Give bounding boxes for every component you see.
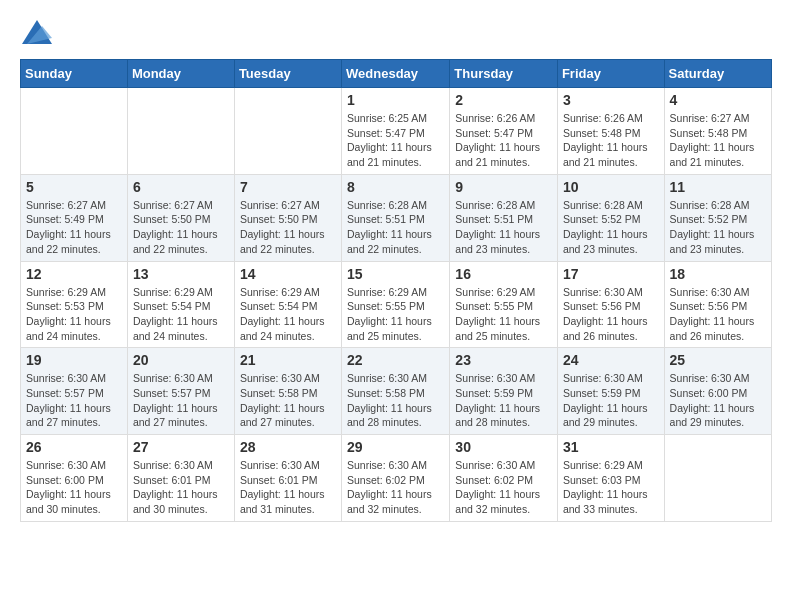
day-number: 7 [240,179,336,195]
day-number: 27 [133,439,229,455]
calendar-cell: 11Sunrise: 6:28 AM Sunset: 5:52 PM Dayli… [664,174,771,261]
day-number: 25 [670,352,766,368]
calendar-week-row: 19Sunrise: 6:30 AM Sunset: 5:57 PM Dayli… [21,348,772,435]
day-info: Sunrise: 6:29 AM Sunset: 5:55 PM Dayligh… [347,285,444,344]
calendar-cell: 4Sunrise: 6:27 AM Sunset: 5:48 PM Daylig… [664,88,771,175]
calendar-cell [21,88,128,175]
day-number: 26 [26,439,122,455]
day-number: 20 [133,352,229,368]
day-number: 30 [455,439,552,455]
logo [20,20,52,49]
calendar-week-row: 5Sunrise: 6:27 AM Sunset: 5:49 PM Daylig… [21,174,772,261]
day-info: Sunrise: 6:30 AM Sunset: 6:01 PM Dayligh… [133,458,229,517]
day-info: Sunrise: 6:30 AM Sunset: 6:02 PM Dayligh… [455,458,552,517]
calendar-cell: 26Sunrise: 6:30 AM Sunset: 6:00 PM Dayli… [21,435,128,522]
day-info: Sunrise: 6:29 AM Sunset: 5:53 PM Dayligh… [26,285,122,344]
calendar-header-row: SundayMondayTuesdayWednesdayThursdayFrid… [21,60,772,88]
day-info: Sunrise: 6:30 AM Sunset: 6:00 PM Dayligh… [670,371,766,430]
day-info: Sunrise: 6:26 AM Sunset: 5:47 PM Dayligh… [455,111,552,170]
day-number: 28 [240,439,336,455]
day-info: Sunrise: 6:30 AM Sunset: 6:01 PM Dayligh… [240,458,336,517]
day-number: 29 [347,439,444,455]
day-number: 5 [26,179,122,195]
day-number: 6 [133,179,229,195]
day-number: 12 [26,266,122,282]
day-number: 4 [670,92,766,108]
calendar-cell: 10Sunrise: 6:28 AM Sunset: 5:52 PM Dayli… [557,174,664,261]
calendar-cell: 19Sunrise: 6:30 AM Sunset: 5:57 PM Dayli… [21,348,128,435]
day-number: 16 [455,266,552,282]
day-info: Sunrise: 6:30 AM Sunset: 6:02 PM Dayligh… [347,458,444,517]
calendar-cell: 21Sunrise: 6:30 AM Sunset: 5:58 PM Dayli… [234,348,341,435]
calendar-cell: 31Sunrise: 6:29 AM Sunset: 6:03 PM Dayli… [557,435,664,522]
calendar-cell: 28Sunrise: 6:30 AM Sunset: 6:01 PM Dayli… [234,435,341,522]
day-number: 10 [563,179,659,195]
calendar-cell: 29Sunrise: 6:30 AM Sunset: 6:02 PM Dayli… [342,435,450,522]
day-number: 11 [670,179,766,195]
calendar-cell: 13Sunrise: 6:29 AM Sunset: 5:54 PM Dayli… [127,261,234,348]
day-number: 24 [563,352,659,368]
calendar-cell: 15Sunrise: 6:29 AM Sunset: 5:55 PM Dayli… [342,261,450,348]
day-number: 3 [563,92,659,108]
day-info: Sunrise: 6:30 AM Sunset: 5:56 PM Dayligh… [563,285,659,344]
calendar-cell: 23Sunrise: 6:30 AM Sunset: 5:59 PM Dayli… [450,348,558,435]
day-number: 21 [240,352,336,368]
day-number: 14 [240,266,336,282]
calendar-cell: 9Sunrise: 6:28 AM Sunset: 5:51 PM Daylig… [450,174,558,261]
day-number: 23 [455,352,552,368]
page-header [20,20,772,49]
day-number: 15 [347,266,444,282]
calendar-cell: 8Sunrise: 6:28 AM Sunset: 5:51 PM Daylig… [342,174,450,261]
day-info: Sunrise: 6:25 AM Sunset: 5:47 PM Dayligh… [347,111,444,170]
calendar-cell: 25Sunrise: 6:30 AM Sunset: 6:00 PM Dayli… [664,348,771,435]
day-info: Sunrise: 6:30 AM Sunset: 5:56 PM Dayligh… [670,285,766,344]
calendar-cell [664,435,771,522]
day-number: 1 [347,92,444,108]
calendar-cell: 6Sunrise: 6:27 AM Sunset: 5:50 PM Daylig… [127,174,234,261]
day-info: Sunrise: 6:28 AM Sunset: 5:51 PM Dayligh… [455,198,552,257]
day-info: Sunrise: 6:28 AM Sunset: 5:52 PM Dayligh… [670,198,766,257]
calendar-cell: 22Sunrise: 6:30 AM Sunset: 5:58 PM Dayli… [342,348,450,435]
calendar-cell: 24Sunrise: 6:30 AM Sunset: 5:59 PM Dayli… [557,348,664,435]
calendar-cell: 16Sunrise: 6:29 AM Sunset: 5:55 PM Dayli… [450,261,558,348]
day-info: Sunrise: 6:30 AM Sunset: 5:59 PM Dayligh… [455,371,552,430]
day-info: Sunrise: 6:27 AM Sunset: 5:50 PM Dayligh… [240,198,336,257]
calendar-cell: 20Sunrise: 6:30 AM Sunset: 5:57 PM Dayli… [127,348,234,435]
calendar-table: SundayMondayTuesdayWednesdayThursdayFrid… [20,59,772,522]
calendar-week-row: 1Sunrise: 6:25 AM Sunset: 5:47 PM Daylig… [21,88,772,175]
day-info: Sunrise: 6:30 AM Sunset: 5:58 PM Dayligh… [347,371,444,430]
calendar-cell: 7Sunrise: 6:27 AM Sunset: 5:50 PM Daylig… [234,174,341,261]
day-info: Sunrise: 6:30 AM Sunset: 5:59 PM Dayligh… [563,371,659,430]
day-info: Sunrise: 6:30 AM Sunset: 6:00 PM Dayligh… [26,458,122,517]
weekday-header: Monday [127,60,234,88]
day-info: Sunrise: 6:27 AM Sunset: 5:50 PM Dayligh… [133,198,229,257]
calendar-cell: 27Sunrise: 6:30 AM Sunset: 6:01 PM Dayli… [127,435,234,522]
day-number: 31 [563,439,659,455]
calendar-cell: 2Sunrise: 6:26 AM Sunset: 5:47 PM Daylig… [450,88,558,175]
calendar-week-row: 12Sunrise: 6:29 AM Sunset: 5:53 PM Dayli… [21,261,772,348]
logo-text [20,20,52,49]
calendar-cell: 1Sunrise: 6:25 AM Sunset: 5:47 PM Daylig… [342,88,450,175]
calendar-cell: 5Sunrise: 6:27 AM Sunset: 5:49 PM Daylig… [21,174,128,261]
day-info: Sunrise: 6:26 AM Sunset: 5:48 PM Dayligh… [563,111,659,170]
weekday-header: Wednesday [342,60,450,88]
logo-icon [22,20,52,44]
day-number: 22 [347,352,444,368]
calendar-cell: 3Sunrise: 6:26 AM Sunset: 5:48 PM Daylig… [557,88,664,175]
day-info: Sunrise: 6:30 AM Sunset: 5:58 PM Dayligh… [240,371,336,430]
day-info: Sunrise: 6:29 AM Sunset: 6:03 PM Dayligh… [563,458,659,517]
day-number: 19 [26,352,122,368]
day-number: 8 [347,179,444,195]
calendar-cell: 12Sunrise: 6:29 AM Sunset: 5:53 PM Dayli… [21,261,128,348]
calendar-cell [234,88,341,175]
day-info: Sunrise: 6:29 AM Sunset: 5:54 PM Dayligh… [133,285,229,344]
weekday-header: Friday [557,60,664,88]
weekday-header: Tuesday [234,60,341,88]
day-info: Sunrise: 6:29 AM Sunset: 5:55 PM Dayligh… [455,285,552,344]
weekday-header: Saturday [664,60,771,88]
weekday-header: Sunday [21,60,128,88]
calendar-cell: 30Sunrise: 6:30 AM Sunset: 6:02 PM Dayli… [450,435,558,522]
calendar-week-row: 26Sunrise: 6:30 AM Sunset: 6:00 PM Dayli… [21,435,772,522]
calendar-cell: 17Sunrise: 6:30 AM Sunset: 5:56 PM Dayli… [557,261,664,348]
day-number: 18 [670,266,766,282]
